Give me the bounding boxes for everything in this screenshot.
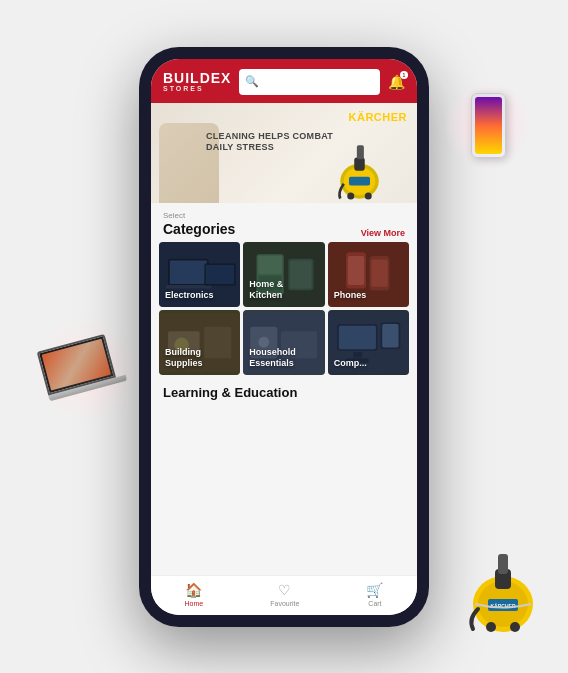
banner-brand-logo: KÄRCHER bbox=[349, 111, 408, 123]
main-content: Select Categories View More bbox=[151, 203, 417, 575]
svg-rect-12 bbox=[349, 176, 370, 185]
cart-icon: 🛒 bbox=[366, 582, 383, 598]
app-logo: BUILDEX STORES bbox=[163, 71, 231, 92]
svg-rect-10 bbox=[354, 157, 365, 170]
nav-home[interactable]: 🏠 Home bbox=[185, 582, 204, 607]
nav-favourite-label: Favourite bbox=[270, 600, 299, 607]
banner-headline: CLEANING HELPS COMBAT DAILY STRESS bbox=[206, 131, 333, 154]
bottom-navigation: 🏠 Home ♡ Favourite 🛒 Cart bbox=[151, 575, 417, 615]
logo-stores-text: STORES bbox=[163, 85, 204, 92]
banner-vacuum-image bbox=[332, 133, 387, 203]
search-bar[interactable]: 🔍 bbox=[239, 69, 380, 95]
svg-point-14 bbox=[365, 192, 372, 199]
svg-rect-3 bbox=[498, 554, 508, 574]
category-building-label: BuildingSupplies bbox=[165, 347, 203, 369]
categories-title: Categories bbox=[163, 221, 235, 237]
category-building-supplies[interactable]: BuildingSupplies bbox=[159, 310, 240, 375]
category-home-kitchen[interactable]: Home &Kitchen bbox=[243, 242, 324, 307]
category-electronics[interactable]: Electronics bbox=[159, 242, 240, 307]
view-more-link[interactable]: View More bbox=[361, 228, 405, 238]
floating-laptop-decoration bbox=[30, 315, 140, 425]
floating-vacuum-decoration: KÄRCHER bbox=[463, 539, 543, 643]
svg-point-13 bbox=[347, 192, 354, 199]
categories-grid: Electronics bbox=[151, 242, 417, 375]
svg-point-7 bbox=[510, 622, 520, 632]
category-computers[interactable]: Comp... bbox=[328, 310, 409, 375]
category-computers-label: Comp... bbox=[334, 358, 367, 369]
notification-badge: 1 bbox=[400, 71, 408, 79]
search-icon: 🔍 bbox=[245, 75, 259, 88]
app-header: BUILDEX STORES 🔍 🔔 1 bbox=[151, 59, 417, 103]
promo-banner[interactable]: KÄRCHER CLEANING HELPS COMBAT DAILY STRE… bbox=[151, 103, 417, 203]
favourite-icon: ♡ bbox=[278, 582, 291, 598]
category-household-label: Household Essentials bbox=[249, 347, 324, 369]
category-electronics-label: Electronics bbox=[165, 290, 214, 301]
floating-phone-decoration bbox=[443, 80, 533, 170]
svg-rect-11 bbox=[357, 145, 364, 159]
logo-buildex-text: BUILDEX bbox=[163, 71, 231, 85]
category-phones[interactable]: Phones bbox=[328, 242, 409, 307]
notification-bell[interactable]: 🔔 1 bbox=[388, 74, 405, 90]
nav-favourite[interactable]: ♡ Favourite bbox=[270, 582, 299, 607]
category-phones-label: Phones bbox=[334, 290, 367, 301]
categories-section-header: Select Categories View More bbox=[151, 203, 417, 242]
learning-title: Learning & Education bbox=[163, 385, 297, 400]
nav-cart-label: Cart bbox=[368, 600, 381, 607]
category-home-label: Home &Kitchen bbox=[249, 279, 283, 301]
phone-screen: BUILDEX STORES 🔍 🔔 1 KÄRCHER CLEANING HE… bbox=[151, 59, 417, 615]
svg-point-6 bbox=[486, 622, 496, 632]
select-label: Select bbox=[163, 211, 235, 220]
home-icon: 🏠 bbox=[185, 582, 202, 598]
nav-home-label: Home bbox=[185, 600, 204, 607]
phone-frame: BUILDEX STORES 🔍 🔔 1 KÄRCHER CLEANING HE… bbox=[139, 47, 429, 627]
nav-cart[interactable]: 🛒 Cart bbox=[366, 582, 383, 607]
category-household-essentials[interactable]: Household Essentials bbox=[243, 310, 324, 375]
learning-section: Learning & Education bbox=[151, 375, 417, 405]
